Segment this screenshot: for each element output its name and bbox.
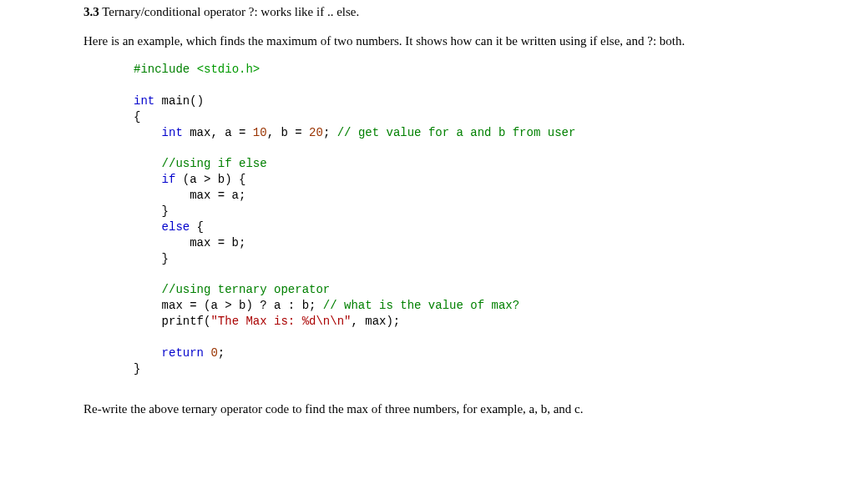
code-close-brace1: }	[134, 204, 169, 218]
code-main-decl: main()	[154, 94, 204, 108]
section-number: 3.3	[83, 5, 99, 18]
code-include-header: <stdio.h>	[197, 63, 261, 76]
code-var-maxa: max, a =	[183, 126, 253, 139]
code-close-brace2: }	[134, 252, 169, 265]
section-heading: 3.3 Ternary/conditional operator ?: work…	[83, 3, 772, 21]
code-lit-20: 20	[309, 126, 323, 139]
code-printf-rest: , max);	[351, 315, 400, 328]
code-lit-10: 10	[253, 126, 267, 139]
code-kw-int2: int	[134, 126, 183, 139]
code-close-brace3: }	[134, 362, 140, 375]
code-kw-else: else	[134, 220, 190, 234]
code-ternary-expr: max = (a > b) ? a : b;	[134, 299, 323, 312]
closing-paragraph: Re-write the above ternary operator code…	[83, 401, 772, 418]
code-comment-ifelse: //using if else	[134, 157, 267, 170]
document-page: 3.3 Ternary/conditional operator ?: work…	[0, 3, 855, 418]
code-block: #include <stdio.h> int main() { int max,…	[134, 62, 772, 377]
code-max-a: max = a;	[134, 189, 245, 202]
code-if-cond: (a > b) {	[175, 173, 245, 186]
code-string: "The Max is: %d\n\n"	[210, 315, 351, 328]
code-var-b: , b =	[267, 126, 309, 139]
code-else-brace: {	[190, 220, 204, 234]
code-printf: printf(	[134, 315, 210, 328]
code-comment-what: // what is the value of max?	[323, 299, 519, 312]
code-max-b: max = b;	[134, 236, 245, 249]
intro-paragraph: Here is an example, which finds the maxi…	[83, 33, 772, 50]
code-semi2: ;	[218, 346, 225, 360]
code-include-directive: #include	[134, 63, 197, 76]
code-kw-if: if	[134, 173, 175, 186]
code-kw-return: return	[134, 346, 204, 360]
code-semi1: ;	[323, 126, 337, 139]
code-kw-int: int	[134, 94, 154, 108]
code-comment1: // get value for a and b from user	[337, 126, 576, 139]
code-comment-ternary: //using ternary operator	[134, 283, 330, 296]
code-lit-0: 0	[204, 346, 218, 360]
section-title: Ternary/conditional operator ?: works li…	[99, 5, 360, 18]
code-open-brace: {	[134, 110, 140, 123]
